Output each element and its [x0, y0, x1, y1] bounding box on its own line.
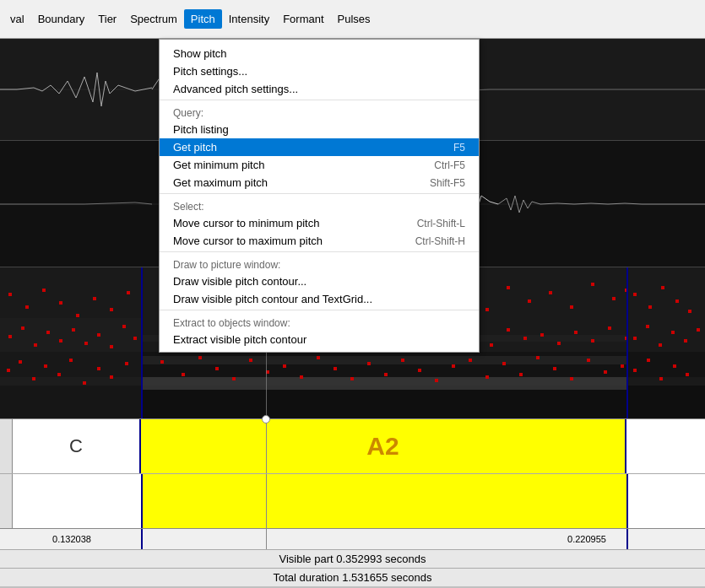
- menubar: val Boundary Tier Spectrum Pitch Intensi…: [0, 0, 705, 39]
- dropdown-show-pitch[interactable]: Show pitch: [160, 45, 479, 62]
- status-bar-2: Total duration 1.531655 seconds: [0, 568, 705, 586]
- dropdown-pitch-settings[interactable]: Pitch settings...: [160, 62, 479, 80]
- dropdown-pitch-listing[interactable]: Pitch listing: [160, 121, 479, 138]
- timeline-right-label: 0.220955: [567, 534, 606, 544]
- textgrid-label-c: C: [69, 435, 83, 457]
- section-extract-label: Extract to objects window:: [160, 312, 479, 331]
- dropdown-draw-pitch-textgrid[interactable]: Draw visible pitch contour and TextGrid.…: [160, 290, 479, 308]
- separator-3: [160, 251, 479, 252]
- textgrid-segment-right: [626, 419, 705, 473]
- selection-left-boundary: [141, 267, 143, 418]
- status-bar-1: Visible part 0.352993 seconds: [0, 549, 705, 568]
- menu-item-intensity[interactable]: Intensity: [222, 9, 276, 29]
- pitch-dropdown-menu: Show pitch Pitch settings... Advanced pi…: [159, 39, 480, 353]
- cursor-line-tg2: [266, 474, 267, 529]
- textgrid-row-1: C A2: [0, 419, 705, 474]
- dropdown-move-max-pitch[interactable]: Move cursor to maximum pitch Ctrl-Shift-…: [160, 232, 479, 250]
- tg-row2-right-bound: [626, 474, 628, 529]
- menu-item-spectrum[interactable]: Spectrum: [123, 9, 184, 29]
- svg-rect-9: [141, 356, 626, 364]
- tg-row2-left-bound: [141, 474, 143, 529]
- section-select-label: Select:: [160, 196, 479, 214]
- textgrid-row-label-2: [0, 474, 13, 529]
- menu-item-boundary[interactable]: Boundary: [31, 9, 92, 29]
- menu-item-formant[interactable]: Formant: [276, 9, 330, 29]
- dropdown-move-min-pitch[interactable]: Move cursor to minimum pitch Ctrl-Shift-…: [160, 214, 479, 232]
- cursor-dot-tg1: [262, 415, 270, 423]
- textgrid-label-a2: A2: [366, 432, 399, 461]
- dropdown-extract-pitch-contour[interactable]: Extract visible pitch contour: [160, 331, 479, 348]
- status-visible: Visible part 0.352993 seconds: [279, 553, 426, 565]
- dropdown-get-min-pitch[interactable]: Get minimum pitch Ctrl-F5: [160, 156, 479, 174]
- textgrid-row-content-2: [13, 474, 705, 529]
- dropdown-draw-pitch-contour[interactable]: Draw visible pitch contour...: [160, 272, 479, 290]
- tl-right-bound: [626, 529, 628, 549]
- section-draw-label: Draw to picture window:: [160, 254, 479, 272]
- timeline: 0.132038 0.220955: [0, 528, 705, 549]
- textgrid-row-label-1: [0, 419, 13, 473]
- textgrid-row-content-1: C A2: [13, 419, 705, 473]
- separator-2: [160, 193, 479, 194]
- dropdown-get-max-pitch[interactable]: Get maximum pitch Shift-F5: [160, 174, 479, 192]
- menu-item-val[interactable]: val: [3, 9, 31, 29]
- status-total: Total duration 1.531655 seconds: [274, 571, 432, 584]
- tl-left-bound: [141, 529, 143, 549]
- menu-item-tier[interactable]: Tier: [91, 9, 123, 29]
- separator-4: [160, 310, 479, 310]
- svg-rect-11: [0, 318, 141, 418]
- textgrid-row2-selection: [141, 474, 626, 529]
- textgrid-row-2: [0, 474, 705, 529]
- textgrid-segment-a2: A2: [141, 419, 626, 473]
- menu-item-pitch[interactable]: Pitch: [184, 9, 222, 29]
- textgrid-segment-c: C: [13, 419, 141, 473]
- dropdown-get-pitch[interactable]: Get pitch F5: [160, 138, 479, 156]
- dropdown-adv-pitch-settings[interactable]: Advanced pitch settings...: [160, 80, 479, 98]
- timeline-left-label: 0.132038: [52, 534, 91, 544]
- menu-item-pulses[interactable]: Pulses: [331, 9, 377, 29]
- separator-1: [160, 100, 479, 100]
- section-query-label: Query:: [160, 102, 479, 121]
- textgrid-area: C A2: [0, 418, 705, 528]
- svg-rect-8: [141, 377, 626, 390]
- selection-right-boundary: [626, 267, 628, 418]
- cursor-line-timeline: [266, 529, 267, 549]
- cursor-line-tg1: [266, 419, 267, 473]
